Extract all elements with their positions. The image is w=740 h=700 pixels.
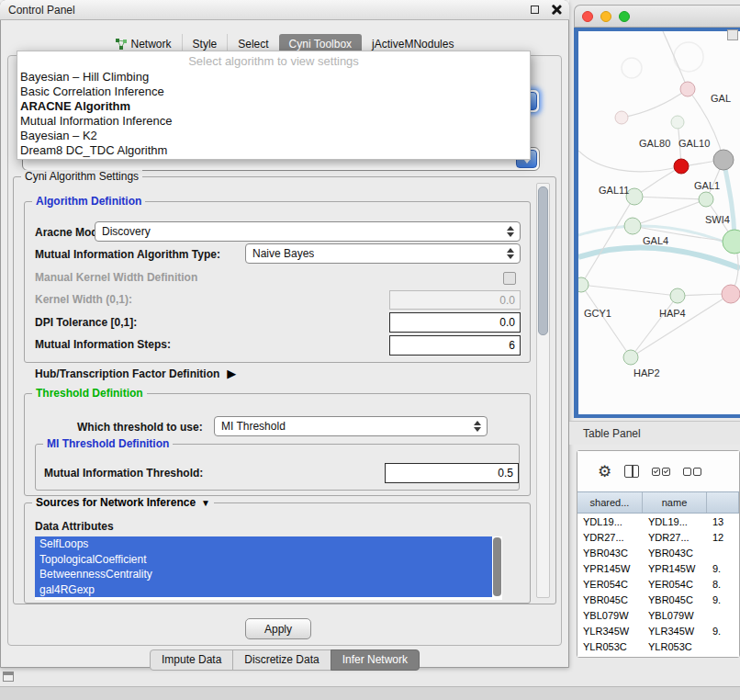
dropdown-item[interactable]: Mutual Information Inference [17, 114, 530, 129]
network-node[interactable] [680, 82, 695, 96]
table-panel-titlebar[interactable]: Table Panel [569, 421, 740, 445]
table-cell[interactable]: YDL19... [643, 514, 707, 529]
network-node[interactable] [723, 230, 740, 254]
kernel-width-input[interactable] [389, 290, 521, 310]
table-row[interactable]: YDL19... YDL19... 13 [577, 514, 739, 529]
table-cell[interactable] [707, 545, 739, 560]
mi-type-combo[interactable]: Naive Bayes [245, 243, 521, 264]
network-node[interactable] [670, 288, 685, 303]
attribute-item[interactable]: gal4RGexp [35, 582, 492, 598]
table-cell[interactable]: 9. [707, 623, 739, 638]
table-row[interactable]: YLR345W YLR345W 9. [577, 623, 739, 638]
network-node[interactable] [624, 218, 641, 234]
columns-icon[interactable] [624, 465, 639, 478]
table-cell[interactable]: YLR053C [577, 638, 643, 654]
settings-scrollbar[interactable] [536, 183, 550, 598]
control-panel-titlebar[interactable]: Control Panel [0, 0, 569, 20]
table-cell[interactable]: YBL079W [577, 607, 643, 623]
table-cell[interactable]: YER054C [643, 576, 707, 592]
table-cell[interactable]: YPR145W [577, 560, 643, 576]
table-cell[interactable]: 8. [707, 576, 739, 592]
hub-section-toggle[interactable]: Hub/Transcription Factor Definition ▶ [35, 367, 236, 380]
table-cell[interactable]: YDR27... [577, 529, 643, 545]
table-cell[interactable]: YBL079W [643, 607, 707, 623]
manual-kernel-label: Manual Kernel Width Definition [35, 271, 197, 284]
bottom-tab-infer-network[interactable]: Infer Network [331, 649, 420, 671]
table-cell[interactable]: 13 [707, 514, 739, 529]
which-threshold-label: Which threshold to use: [77, 421, 203, 434]
network-node[interactable] [578, 277, 589, 292]
dpi-tolerance-input[interactable] [389, 312, 521, 333]
list-scrollbar-thumb[interactable] [493, 537, 501, 596]
aracne-mode-combo[interactable]: Discovery [95, 221, 521, 242]
attribute-list[interactable]: SelfLoops TopologicalCoefficient Between… [35, 536, 502, 600]
network-node[interactable] [671, 116, 684, 129]
table-cell[interactable]: YPR145W [643, 560, 707, 576]
table-cell[interactable]: YBR043C [577, 545, 643, 560]
table-cell[interactable]: 9. [707, 592, 739, 607]
network-node[interactable] [615, 111, 628, 124]
which-threshold-combo[interactable]: MI Threshold [214, 416, 488, 436]
network-node[interactable] [674, 159, 689, 174]
table-cell[interactable]: YBR043C [643, 545, 707, 560]
settings-gear-icon[interactable]: ⚙ [598, 464, 611, 480]
close-panel-icon[interactable] [551, 5, 561, 15]
network-node[interactable] [713, 150, 734, 170]
network-canvas[interactable]: GAL GAL80 GAL10 GAL11 GAL1 SWI4 GAL4 GCY… [578, 31, 740, 414]
apply-button[interactable]: Apply [245, 618, 311, 639]
network-node[interactable] [699, 192, 713, 207]
network-window-titlebar[interactable] [574, 5, 740, 28]
table-cell[interactable]: 12 [707, 529, 739, 545]
close-traffic-button[interactable] [582, 11, 593, 22]
mi-threshold-input[interactable] [385, 463, 519, 483]
attribute-item[interactable]: BetweennessCentrality [35, 567, 492, 582]
table-row[interactable]: YDR27... YDR27... 12 [577, 529, 739, 545]
bottom-tab-impute-data[interactable]: Impute Data [150, 649, 233, 671]
table-cell[interactable]: YDR27... [643, 529, 707, 545]
table-cell[interactable]: 9. [707, 560, 739, 576]
table-cell[interactable]: YDL19... [577, 514, 643, 529]
table-cell[interactable]: YLR345W [577, 623, 643, 638]
zoom-traffic-button[interactable] [619, 11, 630, 22]
table-cell[interactable]: YLR053C [643, 638, 707, 654]
network-node[interactable] [623, 350, 638, 365]
manual-kernel-checkbox[interactable] [503, 272, 516, 285]
control-panel-title: Control Panel [8, 4, 75, 17]
table-row[interactable]: YER054C YER054C 8. [577, 576, 739, 592]
table-cell[interactable]: YBR045C [577, 592, 643, 607]
sources-group-title[interactable]: Sources for Network Inference ▼ [32, 496, 214, 509]
table-row[interactable]: YBR043C YBR043C [577, 545, 739, 560]
expand-arrow-icon[interactable]: ▶ [227, 367, 236, 380]
table-row[interactable]: YPR145W YPR145W 9. [577, 560, 739, 576]
dropdown-item[interactable]: Bayesian – K2 [17, 129, 530, 143]
table-row[interactable]: YLR053C YLR053C [577, 638, 739, 654]
table-cell[interactable]: YER054C [577, 576, 643, 592]
bottom-tab-discretize-data[interactable]: Discretize Data [232, 649, 331, 671]
dropdown-item[interactable]: Bayesian – Hill Climbing [17, 70, 530, 85]
network-node[interactable] [722, 285, 740, 303]
settings-scrollbar-thumb[interactable] [538, 186, 548, 335]
dropdown-item[interactable]: Dream8 DC_TDC Algorithm [17, 143, 530, 158]
column-header-shared[interactable]: shared... [577, 492, 643, 513]
dropdown-item-highlighted[interactable]: ARACNE Algorithm [17, 99, 530, 114]
column-header-extra[interactable] [707, 492, 739, 513]
select-all-columns-icon[interactable] [652, 468, 670, 476]
table-cell[interactable]: YLR345W [643, 623, 707, 638]
table-row[interactable]: YBR045C YBR045C 9. [577, 592, 739, 607]
deselect-columns-icon[interactable] [683, 468, 701, 476]
table-cell[interactable] [707, 607, 739, 623]
table-row[interactable]: YBL079W YBL079W [577, 607, 739, 623]
mi-type-label: Mutual Information Algorithm Type: [35, 248, 220, 261]
network-node-label: GAL11 [599, 185, 629, 196]
dropdown-item[interactable]: Basic Correlation Inference [17, 85, 530, 99]
mi-steps-input[interactable] [389, 335, 521, 356]
column-header-name[interactable]: name [643, 492, 707, 513]
table-cell[interactable] [707, 638, 739, 654]
minimize-traffic-button[interactable] [600, 11, 611, 22]
attribute-item[interactable]: TopologicalCoefficient [35, 552, 492, 568]
attribute-item[interactable]: SelfLoops [35, 536, 492, 552]
collapse-arrow-icon[interactable]: ▼ [201, 498, 210, 508]
table-cell[interactable]: YBR045C [643, 592, 707, 607]
restore-panel-icon[interactable] [3, 672, 14, 682]
float-panel-icon[interactable] [531, 6, 539, 14]
